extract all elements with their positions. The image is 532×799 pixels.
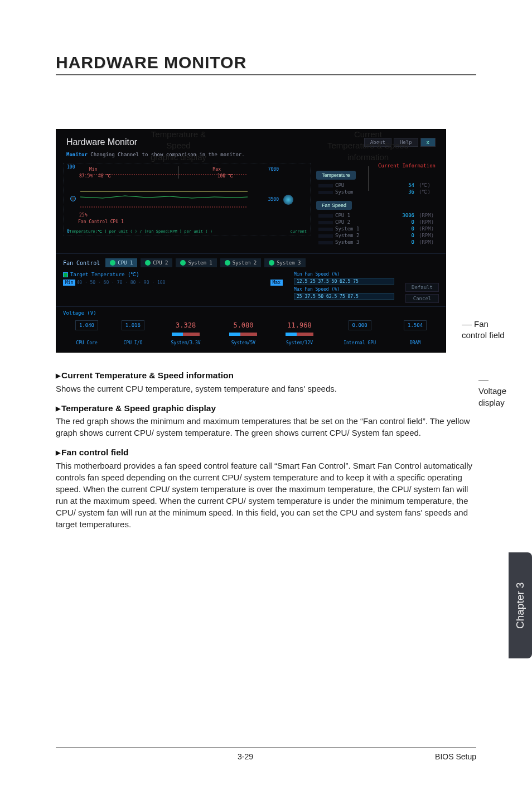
fan-spin-icon bbox=[283, 195, 293, 205]
bar-icon bbox=[318, 214, 333, 218]
graph-temp: 100 ℃ bbox=[217, 174, 233, 179]
page-number: 3-29 bbox=[238, 752, 253, 761]
triangle-icon: ▶ bbox=[56, 449, 60, 456]
voltage-value: 5.080 bbox=[216, 320, 270, 330]
table-row: System 30(RPM) bbox=[316, 239, 439, 246]
graph-min-label: Min bbox=[89, 167, 97, 172]
voltage-name: Internal GPU bbox=[328, 338, 391, 345]
temp-scale[interactable]: Min 40 · 50 · 60 · 70 · 80 · 90 · 100 Ma… bbox=[63, 280, 283, 286]
unit: (RPM) bbox=[417, 219, 439, 225]
value: 0 bbox=[390, 232, 417, 239]
callout-text: Fan control field bbox=[462, 319, 505, 340]
unit: (RPM) bbox=[417, 232, 439, 239]
callout-leader bbox=[368, 166, 369, 191]
value: 3006 bbox=[390, 212, 417, 219]
footer-section: BIOS Setup bbox=[435, 752, 476, 761]
max-badge: Max bbox=[270, 280, 283, 286]
bar-icon bbox=[318, 241, 333, 244]
bar-icon bbox=[318, 191, 333, 194]
value: 0 bbox=[390, 225, 417, 232]
tab-sys3[interactable]: System 3 bbox=[264, 258, 305, 267]
gauge-icon bbox=[229, 333, 257, 336]
fan-control-panel: Fan Control CPU 1 CPU 2 System 1 System … bbox=[56, 253, 446, 306]
tab-cpu2[interactable]: CPU 2 bbox=[141, 258, 172, 267]
tab-label: System 1 bbox=[188, 260, 212, 266]
callout-text: Voltage display bbox=[478, 386, 506, 407]
right-y-tick: 7000 bbox=[268, 167, 279, 172]
default-button[interactable]: Default bbox=[405, 283, 439, 292]
voltage-name: System/12V bbox=[272, 338, 327, 345]
maxfanspeed-slider[interactable]: 25 37.5 50 62.5 75 87.5 bbox=[294, 293, 394, 300]
table-row: CPU 13006(RPM) bbox=[316, 212, 439, 219]
graph-pct: 87.5% bbox=[79, 174, 93, 179]
section-heading: ▶Current Temperature & Speed information bbox=[56, 369, 476, 382]
tab-sys2[interactable]: System 2 bbox=[220, 258, 261, 267]
unit: (RPM) bbox=[417, 212, 439, 219]
voltage-name: CPU I/O bbox=[110, 338, 156, 345]
tab-sys1[interactable]: System 1 bbox=[176, 258, 216, 267]
slider-values: 25 37.5 50 62.5 75 87.5 bbox=[297, 294, 359, 299]
voltage-panel: Voltage (V) 1.040 1.016 3.328 5.080 11.9… bbox=[56, 306, 446, 352]
graph-area: 100 0 Min Max 87.5% 40 ℃ 100 ℃ 25% Fan C… bbox=[63, 163, 311, 235]
voltage-header: Voltage (V) bbox=[63, 310, 439, 316]
gauge-icon bbox=[172, 333, 200, 336]
slider-values: 12.5 25 37.5 50 62.5 75 bbox=[297, 279, 359, 284]
gauge-icon bbox=[286, 333, 313, 336]
label: System 1 bbox=[335, 226, 359, 232]
callout-fan-control: Fan control field bbox=[462, 319, 518, 341]
voltage-value: 11.968 bbox=[272, 320, 327, 330]
tab-label: System 3 bbox=[277, 260, 301, 266]
label: CPU 1 bbox=[335, 213, 350, 218]
graph-axis-legend: [Temperature:℃ ] per unit ( ) / [Fan Spe… bbox=[67, 229, 307, 234]
min-badge: Min bbox=[63, 280, 75, 286]
fan-icon bbox=[145, 260, 151, 266]
callout-current-info: Current Temperature & Speed information bbox=[290, 129, 446, 191]
section-paragraph: This motherboard provides a fan speed co… bbox=[56, 460, 476, 530]
chapter-tab: Chapter 3 bbox=[509, 552, 532, 658]
graph-pct: 25% bbox=[79, 213, 87, 218]
fan-icon bbox=[269, 260, 274, 266]
right-y-tick: 3500 bbox=[268, 197, 279, 202]
callout-voltage: Voltage display bbox=[478, 374, 518, 408]
graph-series-name: Fan Control CPU 1 bbox=[78, 219, 124, 224]
callout-text: Current Temperature & Speed information bbox=[327, 129, 409, 162]
unit: (RPM) bbox=[417, 225, 439, 232]
value: 0 bbox=[390, 219, 417, 225]
bar-icon bbox=[318, 228, 333, 231]
voltage-table: 1.040 1.016 3.328 5.080 11.968 0.000 1.5… bbox=[63, 319, 439, 346]
triangle-icon: ▶ bbox=[56, 372, 60, 379]
minfanspeed-slider[interactable]: 12.5 25 37.5 50 62.5 75 bbox=[294, 278, 394, 285]
voltage-name: System/3.3V bbox=[157, 338, 215, 345]
section-paragraph: Shows the current CPU temperature, syste… bbox=[56, 383, 476, 394]
voltage-value: 1.504 bbox=[404, 320, 427, 330]
label: System 2 bbox=[335, 233, 359, 238]
voltage-value: 1.016 bbox=[122, 320, 144, 330]
scale-values: 40 · 50 · 60 · 70 · 80 · 90 · 100 bbox=[76, 280, 269, 285]
voltage-name: DRAM bbox=[393, 338, 438, 345]
fan-control-tabs: Fan Control CPU 1 CPU 2 System 1 System … bbox=[63, 258, 439, 267]
y-knob-icon bbox=[70, 196, 76, 201]
y-tick: 100 bbox=[67, 165, 75, 170]
value: 0 bbox=[390, 239, 417, 246]
table-row: System 20(RPM) bbox=[316, 232, 439, 239]
voltage-value: 0.000 bbox=[349, 320, 371, 330]
page-footer: 3-29 BIOS Setup bbox=[56, 747, 476, 761]
label: System 3 bbox=[335, 239, 359, 245]
bar-icon bbox=[318, 221, 333, 224]
tab-cpu1[interactable]: CPU 1 bbox=[105, 258, 137, 267]
voltage-name: CPU Core bbox=[64, 338, 109, 345]
monitor-word: Monitor bbox=[66, 152, 88, 157]
fanspeed-tab[interactable]: Fan Speed bbox=[316, 201, 352, 210]
bar-icon bbox=[318, 234, 333, 238]
table-row: CPU 20(RPM) bbox=[316, 219, 439, 225]
voltage-name: System/5V bbox=[216, 338, 270, 345]
voltage-value: 3.328 bbox=[157, 320, 215, 330]
target-temp-checkbox[interactable]: Target Temperature (℃) bbox=[63, 272, 283, 277]
fanspeed-table: CPU 13006(RPM) CPU 20(RPM) System 10(RPM… bbox=[316, 212, 439, 246]
section-paragraph: The red graph shows the minimum and maxi… bbox=[56, 415, 476, 439]
cancel-button[interactable]: Cancel bbox=[405, 294, 439, 303]
checkbox-label: Target Temperature (℃) bbox=[70, 272, 139, 277]
axis-right: current bbox=[290, 229, 307, 234]
checkbox-icon bbox=[63, 272, 68, 277]
section-heading: ▶Fan control field bbox=[56, 446, 476, 459]
